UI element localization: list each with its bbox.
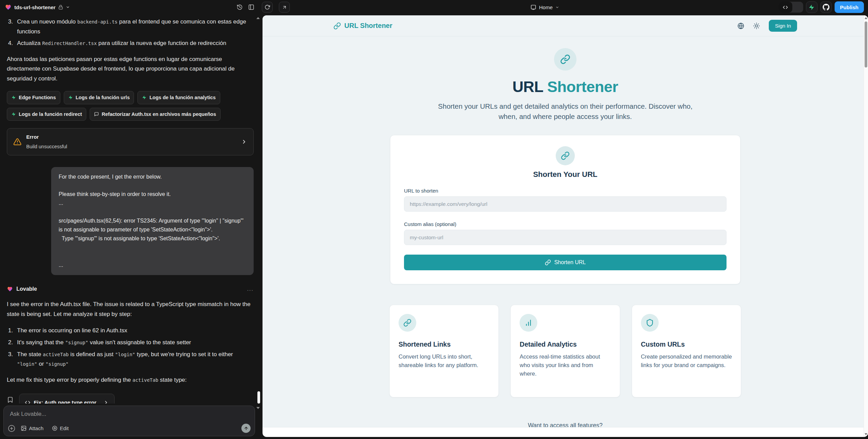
features-row: Shortened Links Convert long URLs into s… <box>389 305 741 397</box>
chevron-right-icon <box>241 139 247 145</box>
feature-card-custom-urls: Custom URLs Create personalized and memo… <box>632 305 741 397</box>
site-name: URL Shortener <box>344 22 392 30</box>
tool-badges: Edge Functions Logs de la función urls L… <box>7 91 254 121</box>
edit-button[interactable]: Edit <box>49 425 72 431</box>
inline-code: activeTab <box>133 377 159 383</box>
scroll-up-arrow[interactable] <box>865 17 867 19</box>
composer-toolbar: Attach Edit <box>8 424 251 433</box>
assistant-intro: I see the error in the Auth.tsx file. Th… <box>7 300 254 319</box>
github-icon <box>823 4 829 11</box>
arrow-up-icon <box>244 426 249 431</box>
error-subtitle: Build unsuccessful <box>26 142 67 151</box>
alias-input[interactable] <box>404 230 727 245</box>
badge-refactor-suggestion[interactable]: Refactorizar Auth.tsx en archivos más pe… <box>90 108 220 121</box>
bookmark-icon[interactable] <box>7 396 14 403</box>
bolt-icon <box>11 95 16 100</box>
target-icon <box>52 425 58 431</box>
badge-edge-functions[interactable]: Edge Functions <box>7 91 60 104</box>
lock-icon <box>58 5 63 10</box>
refresh-preview-button[interactable] <box>262 2 273 13</box>
fix-block: Fix: Auth page type error View code Rest… <box>7 394 254 404</box>
assistant-summary: Ahora todas las peticiones pasan por est… <box>7 55 254 84</box>
form-heading: Shorten Your URL <box>404 170 727 179</box>
warning-icon <box>13 138 21 146</box>
sidebar-panel-icon[interactable] <box>248 4 254 10</box>
hero-subtitle: Shorten your URLs and get detailed analy… <box>434 101 697 121</box>
inline-code: "signup" <box>46 361 69 367</box>
lovable-logo-icon <box>7 286 13 292</box>
cta-question: Want to access all features? <box>263 422 868 427</box>
scroll-down-arrow[interactable] <box>256 407 260 409</box>
preview-navbar: URL Shortener Sign In <box>263 15 868 36</box>
lovable-logo-icon <box>5 4 12 11</box>
inline-code: "login" <box>115 352 135 357</box>
github-button[interactable] <box>820 1 832 13</box>
history-icon[interactable] <box>237 4 243 10</box>
scroll-down-arrow[interactable] <box>865 433 867 435</box>
message-menu-button[interactable]: ... <box>247 285 254 294</box>
badge-logs-redirect[interactable]: Logs de la función redirect <box>7 108 86 121</box>
build-error-card[interactable]: Error Build unsuccessful <box>7 128 254 155</box>
code-preview-toggle[interactable] <box>779 2 803 13</box>
site-logo[interactable]: URL Shortener <box>333 22 392 30</box>
feature-link-badge <box>399 314 416 332</box>
page-selector-label: Home <box>539 4 553 10</box>
error-title: Error <box>26 133 67 141</box>
hero-section: URL Shortener Shorten your URLs and get … <box>263 48 868 121</box>
url-input[interactable] <box>404 196 727 212</box>
refresh-icon <box>265 4 270 10</box>
publish-label: Publish <box>840 4 858 10</box>
app-window: tds-url-shortener Home Publish <box>0 0 868 439</box>
inline-code: backend-api.ts <box>77 19 118 25</box>
analysis-item: 1. The error is occurring on line 62 in … <box>7 326 254 336</box>
sun-icon[interactable] <box>753 22 760 29</box>
inline-code: activeTab <box>43 352 69 357</box>
badge-logs-analytics[interactable]: Logs de la función analytics <box>137 91 220 104</box>
send-button[interactable] <box>241 424 251 433</box>
analysis-item: 3. The state activeTab is defined as jus… <box>7 350 254 369</box>
fix-title: Fix: Auth page type error <box>34 398 96 404</box>
open-in-new-tab-button[interactable] <box>279 2 290 13</box>
monitor-icon <box>530 4 536 10</box>
preview-scrollbar-thumb[interactable] <box>865 21 867 67</box>
feature-card-analytics: Detailed Analytics Access real-time stat… <box>510 305 620 397</box>
link-icon <box>560 54 570 64</box>
supabase-button[interactable] <box>806 1 818 13</box>
chat-scrollbar-thumb[interactable] <box>257 391 260 404</box>
url-label: URL to shorten <box>404 188 727 194</box>
bar-chart-icon <box>524 319 533 327</box>
publish-button[interactable]: Publish <box>835 1 864 13</box>
shorten-url-button[interactable]: Shorten URL <box>404 255 727 270</box>
chat-panel: 3. Crea un nuevo módulo backend-api.ts p… <box>0 14 263 439</box>
image-icon <box>21 425 27 431</box>
feature-chart-badge <box>520 314 537 332</box>
badge-logs-urls[interactable]: Logs de la función urls <box>64 91 134 104</box>
top-bar: tds-url-shortener Home Publish <box>0 0 868 14</box>
hero-title: URL Shortener <box>263 78 868 96</box>
feature-shield-badge <box>641 314 659 332</box>
bolt-icon <box>11 112 16 117</box>
ordered-step: 4. Actualiza RedirectHandler.tsx para ut… <box>7 39 254 48</box>
chat-toolbar <box>237 0 290 14</box>
hero-link-badge <box>554 48 577 71</box>
attach-button[interactable]: Attach <box>18 425 46 431</box>
chevron-right-icon <box>103 400 109 404</box>
assistant-name: Lovable <box>16 285 37 294</box>
preview-scrollbar[interactable] <box>864 15 868 437</box>
code-edit-card[interactable]: Fix: Auth page type error View code Rest… <box>19 394 115 404</box>
plus-circle-icon[interactable] <box>8 425 15 432</box>
page-selector[interactable]: Home <box>530 0 559 14</box>
analysis-list: 1. The error is occurring on line 62 in … <box>7 326 254 369</box>
project-name: tds-url-shortener <box>14 4 56 10</box>
sign-in-button[interactable]: Sign In <box>769 20 797 32</box>
project-switcher[interactable]: tds-url-shortener <box>5 0 70 14</box>
chat-composer[interactable]: Attach Edit <box>3 406 255 436</box>
scroll-up-arrow[interactable] <box>256 17 260 19</box>
chat-input[interactable] <box>9 410 225 420</box>
analysis-item: 2. It's saying that the "signup" value i… <box>7 338 254 348</box>
globe-icon[interactable] <box>737 22 744 29</box>
user-message: For the code present, I get the error be… <box>51 167 254 275</box>
shorten-form-card: Shorten Your URL URL to shorten Custom a… <box>390 135 740 284</box>
chat-history[interactable]: 3. Crea un nuevo módulo backend-api.ts p… <box>0 14 263 404</box>
inline-code: "signup" <box>65 340 88 345</box>
